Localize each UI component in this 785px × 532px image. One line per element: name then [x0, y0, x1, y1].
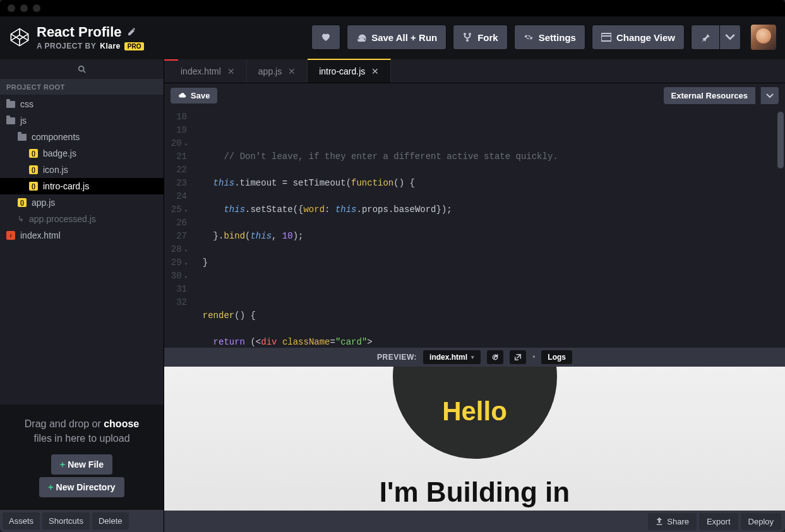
main-area: index.html✕ app.js✕ intro-card.js✕ Save … — [164, 59, 785, 532]
js-file-icon: () — [29, 165, 38, 174]
pin-dropdown[interactable] — [720, 25, 741, 50]
dropzone-text: Drag and drop or choosefiles in here to … — [10, 417, 153, 446]
open-preview-button[interactable] — [510, 350, 526, 364]
svg-line-9 — [83, 70, 85, 73]
preview-pane: Hello I'm Building in — [164, 367, 785, 511]
mac-max-dot[interactable] — [33, 4, 40, 12]
editor-tabs: index.html✕ app.js✕ intro-card.js✕ — [164, 59, 785, 83]
author-name[interactable]: Klare — [100, 42, 121, 50]
preview-badge: Hello — [393, 367, 557, 459]
close-icon[interactable]: ✕ — [371, 66, 379, 76]
js-file-icon: () — [18, 198, 27, 207]
folder-icon — [6, 117, 15, 124]
mac-titlebar — [0, 0, 785, 16]
mac-close-dot[interactable] — [8, 4, 15, 12]
close-icon[interactable]: ✕ — [227, 66, 235, 76]
upload-dropzone[interactable]: Drag and drop or choosefiles in here to … — [0, 405, 164, 510]
codepen-logo — [9, 27, 30, 48]
chevron-down-icon: ▾ — [471, 354, 474, 360]
file-app-js[interactable]: ()app.js — [0, 194, 164, 211]
processed-icon: ↳ — [18, 215, 24, 223]
preview-heading: I'm Building in — [380, 476, 570, 508]
assets-button[interactable]: Assets — [3, 512, 40, 529]
code-editor[interactable]: 18 19 20 21 22 23 24 25 26 27 28 29 30 3… — [164, 108, 785, 348]
sidebar-footer: Assets Shortcuts Delete — [0, 510, 164, 532]
bottom-bar: Share Export Deploy — [164, 511, 785, 532]
separator-dot: • — [532, 353, 535, 362]
change-view-button[interactable]: Change View — [592, 25, 685, 50]
pro-badge: PRO — [124, 42, 145, 50]
fork-button[interactable]: Fork — [453, 25, 508, 50]
sidebar-search[interactable] — [0, 59, 164, 80]
user-avatar[interactable] — [751, 25, 776, 50]
editor-toolbar: Save External Resources — [164, 83, 785, 108]
svg-point-5 — [466, 39, 469, 42]
external-resources-dropdown[interactable] — [760, 87, 779, 104]
refresh-preview-button[interactable] — [487, 350, 503, 364]
project-title: React Profile — [37, 24, 122, 40]
file-index-html[interactable]: /index.html — [0, 227, 164, 244]
project-root-label: PROJECT ROOT — [0, 80, 164, 95]
app-header: React Profile A PROJECT BY Klare PRO Sav… — [0, 16, 785, 59]
file-app-processed-js[interactable]: ↳app.processed.js — [0, 211, 164, 227]
pin-button[interactable] — [691, 25, 720, 50]
file-icon-js[interactable]: ()icon.js — [0, 162, 164, 178]
code-content[interactable]: // Don't leave, if they enter a differen… — [192, 108, 785, 348]
tab-app-js[interactable]: app.js✕ — [247, 59, 308, 83]
folder-icon — [6, 101, 15, 108]
js-file-icon: () — [29, 149, 38, 158]
logs-button[interactable]: Logs — [541, 350, 572, 364]
edit-title-icon[interactable] — [127, 27, 137, 38]
save-button[interactable]: Save — [171, 88, 217, 103]
export-button[interactable]: Export — [699, 513, 738, 530]
deploy-button[interactable]: Deploy — [741, 513, 781, 530]
folder-css[interactable]: css — [0, 96, 164, 112]
settings-button[interactable]: Settings — [514, 25, 585, 50]
tab-index-html[interactable]: index.html✕ — [164, 59, 247, 83]
file-badge-js[interactable]: ()badge.js — [0, 145, 164, 162]
svg-point-8 — [78, 66, 83, 71]
folder-components[interactable]: components — [0, 129, 164, 145]
svg-rect-6 — [601, 33, 611, 41]
file-tree: css js components ()badge.js ()icon.js (… — [0, 95, 164, 405]
shortcuts-button[interactable]: Shortcuts — [42, 512, 90, 529]
line-gutter: 18 19 20 21 22 23 24 25 26 27 28 29 30 3… — [164, 108, 192, 348]
save-all-run-button[interactable]: Save All + Run — [347, 25, 446, 50]
js-file-icon: () — [29, 182, 38, 191]
close-icon[interactable]: ✕ — [288, 66, 296, 76]
scrollbar-thumb[interactable] — [777, 112, 784, 168]
sidebar: PROJECT ROOT css js components ()badge.j… — [0, 59, 164, 532]
folder-js[interactable]: js — [0, 112, 164, 129]
new-file-button[interactable]: +New File — [51, 454, 112, 475]
like-button[interactable] — [311, 25, 340, 50]
preview-toolbar: PREVIEW: index.html▾ • Logs — [164, 348, 785, 367]
share-button[interactable]: Share — [648, 513, 697, 530]
folder-icon — [18, 134, 27, 141]
mac-min-dot[interactable] — [20, 4, 28, 12]
external-resources-button[interactable]: External Resources — [664, 87, 755, 104]
file-intro-card-js[interactable]: ()intro-card.js — [0, 178, 164, 194]
preview-file-select[interactable]: index.html▾ — [423, 350, 481, 364]
delete-button[interactable]: Delete — [92, 512, 129, 529]
project-by-label: A PROJECT BY — [37, 42, 96, 50]
preview-label: PREVIEW: — [377, 353, 417, 362]
svg-point-3 — [464, 33, 466, 35]
svg-point-4 — [469, 33, 471, 35]
html-file-icon: / — [6, 231, 15, 240]
new-directory-button[interactable]: +New Directory — [39, 477, 124, 497]
tab-intro-card-js[interactable]: intro-card.js✕ — [308, 59, 391, 83]
